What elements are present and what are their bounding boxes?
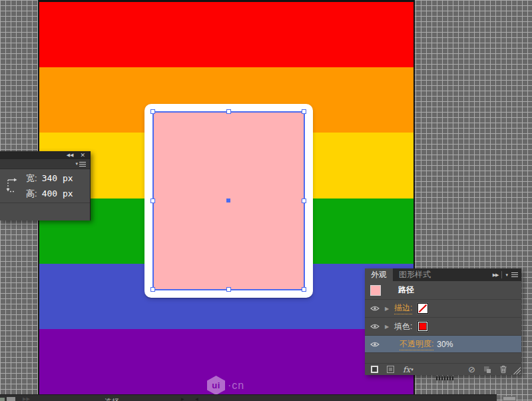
selection-handle-top-mid[interactable]	[226, 109, 231, 114]
info-panel-menu-row: ▾	[0, 159, 90, 169]
watermark-text: ·cn	[228, 380, 244, 392]
selection-handle-mid-left[interactable]	[150, 199, 155, 203]
path-label: 路径	[398, 284, 414, 296]
info-panel: ◀◀ ✕ ▾ 宽: 340 px 高: 400 px	[0, 151, 91, 220]
scrollbar-dots	[436, 376, 455, 380]
appearance-toolbar: fx ▾ ⊘	[365, 363, 521, 375]
path-thumbnail-swatch	[370, 285, 381, 296]
panel-menu-icon[interactable]	[79, 162, 86, 167]
appearance-row-fill[interactable]: ▶ 填色:	[365, 318, 521, 336]
selection-handle-bottom-left[interactable]	[150, 287, 155, 292]
visibility-eye-icon[interactable]	[370, 323, 380, 330]
appearance-menu-icon[interactable]	[511, 272, 518, 277]
appearance-row-stroke[interactable]: ▶ 描边:	[365, 300, 521, 318]
collapse-panel-icon[interactable]: ◀◀	[67, 151, 74, 159]
clear-appearance-icon[interactable]: ⊘	[468, 365, 475, 374]
duplicate-item-icon[interactable]	[483, 366, 491, 374]
tab-bar-divider	[501, 271, 502, 278]
watermark-hexagon-icon: ui	[207, 376, 225, 395]
selection-handle-bottom-right[interactable]	[302, 287, 306, 292]
expand-fill-icon[interactable]: ▶	[385, 324, 394, 330]
add-new-fill-icon[interactable]	[387, 366, 394, 373]
add-new-stroke-icon[interactable]	[371, 366, 378, 373]
opacity-label-link[interactable]: 不透明度:	[399, 338, 433, 350]
tab-graphic-styles[interactable]: 图形样式	[393, 268, 437, 281]
watermark: ui ·cn	[207, 376, 244, 395]
height-value: 400 px	[42, 189, 73, 199]
selection-center-point[interactable]	[226, 199, 230, 202]
add-new-effect-button[interactable]: fx ▾	[403, 365, 413, 374]
status-triangle-right-icon: ▶	[181, 396, 184, 401]
fx-icon: fx	[403, 365, 410, 374]
opacity-value: 30%	[437, 340, 453, 349]
illustrator-workspace: { "canvas": { "flag_stripes": [ { "name"…	[0, 0, 532, 401]
height-label: 高:	[26, 188, 37, 200]
fill-color-chip	[419, 323, 426, 330]
selection-handle-mid-right[interactable]	[302, 199, 306, 203]
close-panel-icon[interactable]: ✕	[80, 151, 85, 159]
selection-handle-top-left[interactable]	[150, 109, 155, 114]
flag-stripe-red[interactable]	[39, 2, 413, 67]
scrollbar-corner[interactable]	[503, 396, 516, 401]
current-tool-label: 选择	[105, 397, 119, 401]
fx-caret-icon: ▾	[411, 367, 413, 372]
info-panel-titlebar: ◀◀ ✕	[0, 151, 90, 159]
width-readout: 宽: 340 px	[26, 173, 73, 185]
status-proxy-box[interactable]	[7, 397, 15, 401]
appearance-panel: 外观 图形样式 ▶▶ ▾ 路径 ▶ 描边: ▶ 填色:	[365, 268, 521, 375]
appearance-row-opacity[interactable]: 不透明度: 30%	[365, 336, 521, 353]
visibility-eye-icon[interactable]	[370, 341, 380, 348]
panel-menu-caret-icon[interactable]: ▾	[75, 161, 78, 167]
stroke-none-swatch[interactable]	[417, 303, 428, 314]
stroke-none-icon	[419, 304, 427, 312]
tab-appearance[interactable]: 外观	[365, 268, 393, 281]
delete-trash-icon[interactable]	[499, 365, 507, 374]
status-bar: ▶▶ 选择 ▶ ◀	[0, 394, 497, 401]
collapse-to-icons-icon[interactable]: ▶▶	[493, 272, 499, 278]
fill-color-swatch[interactable]	[417, 321, 428, 332]
appearance-menu-caret-icon[interactable]: ▾	[505, 272, 508, 278]
fill-label: 填色:	[394, 321, 412, 332]
status-arrows-icon: ▶▶	[23, 396, 30, 401]
width-value: 340 px	[42, 173, 73, 183]
width-label: 宽:	[26, 173, 37, 185]
status-triangle-left-icon: ◀	[195, 396, 198, 401]
selection-handle-bottom-mid[interactable]	[226, 287, 231, 292]
appearance-tab-bar: 外观 图形样式 ▶▶ ▾	[365, 268, 521, 281]
width-height-icon	[4, 177, 20, 195]
stroke-label-link[interactable]: 描边:	[394, 302, 412, 314]
appearance-row-path[interactable]: 路径	[365, 281, 521, 300]
bottom-left-chip	[0, 398, 5, 401]
info-panel-content: 宽: 340 px 高: 400 px	[0, 169, 90, 203]
selection-handle-top-right[interactable]	[302, 109, 306, 114]
expand-stroke-icon[interactable]: ▶	[385, 306, 394, 312]
height-readout: 高: 400 px	[26, 188, 73, 200]
visibility-eye-icon[interactable]	[370, 305, 380, 312]
appearance-empty-row	[365, 353, 521, 363]
